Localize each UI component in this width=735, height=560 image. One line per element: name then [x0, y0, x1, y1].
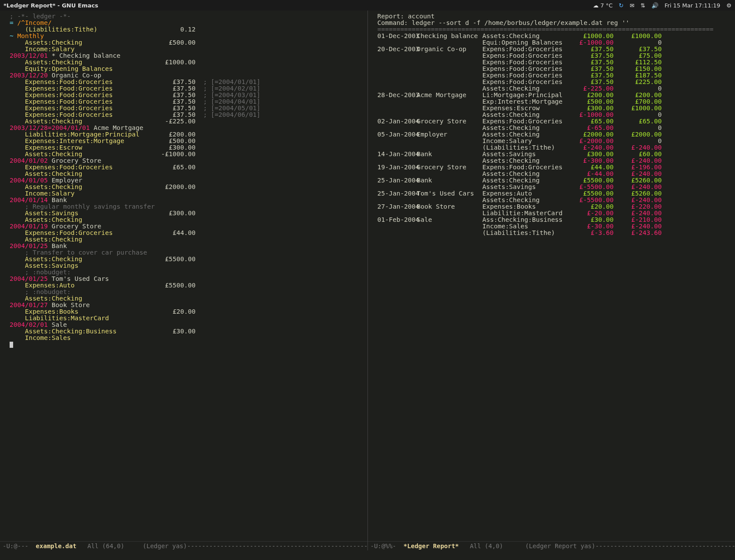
report-row[interactable]: Expens:Food:Groceries£37.50£75.00 [378, 52, 731, 59]
source-line[interactable]: 2004/01/19 Grocery Store [10, 223, 363, 230]
source-line[interactable]: Expenses:Food:Groceries£37.50 ; [=2004/0… [10, 85, 363, 92]
clock[interactable]: Fri 15 Mar 17:11:19 [665, 3, 720, 8]
source-line[interactable]: 2004/01/25 Bank [10, 243, 363, 249]
report-rule: ========================================… [378, 26, 731, 33]
source-line[interactable]: 2004/01/25 Tom's Used Cars [10, 276, 363, 282]
report-row[interactable]: 14-Jan-2004BankAssets:Savings£300.00£60.… [378, 151, 731, 158]
source-line[interactable]: 2004/02/01 Sale [10, 322, 363, 328]
report-row[interactable]: 01-Dec-2003Checking balanceAssets:Checki… [378, 33, 731, 39]
report-row[interactable]: 01-Feb-2004SaleAss:Checking:Business£30.… [378, 217, 731, 223]
source-line[interactable]: 2004/01/27 Book Store [10, 302, 363, 308]
minibuffer[interactable] [0, 551, 735, 560]
report-row[interactable]: 27-Jan-2004Book StoreExpenses:Books£20.0… [378, 203, 731, 210]
source-line[interactable]: 2004/01/05 Employer [10, 177, 363, 184]
source-line[interactable]: Income:Sales [10, 335, 363, 341]
report-row[interactable]: 20-Dec-2003Organic Co-opExpens:Food:Groc… [378, 46, 731, 52]
source-line[interactable]: Assets:Savings [10, 262, 363, 269]
source-line[interactable]: ; Regular monthly savings transfer [10, 203, 363, 210]
source-line[interactable]: ; -*- ledger -*- [10, 13, 363, 20]
source-line[interactable]: Expenses:Food:Groceries£37.50 ; [=2004/0… [10, 105, 363, 112]
report-row[interactable]: Assets:Checking£-44.00£-240.00 [378, 171, 731, 177]
volume-icon[interactable]: 🔊 [651, 3, 658, 8]
source-line[interactable]: 2003/12/01 * Checking balance [10, 52, 363, 59]
source-line[interactable]: Liabilities:MasterCard [10, 315, 363, 322]
source-line[interactable]: Liabilities:Mortgage:Principal£200.00 [10, 131, 363, 138]
source-line[interactable]: Assets:Checking [10, 217, 363, 223]
source-line[interactable]: Expenses:Escrow£300.00 [10, 144, 363, 151]
ledger-report-buffer[interactable]: Report: accountCommand: ledger --sort d … [368, 10, 735, 239]
right-buffer-name: *Ledger Report* [403, 543, 458, 549]
source-line[interactable]: Equity:Opening Balances [10, 66, 363, 72]
report-row[interactable]: Equi:Opening Balances£-1000.000 [378, 39, 731, 46]
window-title: *Ledger Report* - GNU Emacs [4, 3, 98, 8]
source-line[interactable]: Income:Salary [10, 190, 363, 197]
source-line[interactable]: Assets:Checking£1000.00 [10, 59, 363, 66]
report-row[interactable]: Income:Sales£-30.00£-240.00 [378, 223, 731, 230]
source-line[interactable]: (Liabilities:Tithe)0.12 [10, 26, 363, 33]
report-row[interactable]: Assets:Savings£-5500.00£-240.00 [378, 184, 731, 190]
source-line[interactable]: Assets:Checking£5500.00 [10, 256, 363, 262]
source-line[interactable]: Income:Salary [10, 46, 363, 52]
report-row[interactable]: Assets:Checking£-1000.000 [378, 112, 731, 118]
source-line[interactable]: Expenses:Food:Groceries£37.50 ; [=2004/0… [10, 112, 363, 118]
report-row[interactable]: Expens:Food:Groceries£37.50£112.50 [378, 59, 731, 66]
source-line[interactable]: 2004/01/14 Bank [10, 197, 363, 203]
report-row[interactable]: Assets:Checking£-5500.00£-240.00 [378, 197, 731, 203]
source-line[interactable]: Assets:Checking:Business£30.00 [10, 328, 363, 335]
source-line[interactable]: Expenses:Food:Groceries£37.50 ; [=2004/0… [10, 79, 363, 85]
source-line[interactable]: Assets:Checking [10, 171, 363, 177]
report-row[interactable]: 19-Jan-2004Grocery StoreExpens:Food:Groc… [378, 164, 731, 171]
report-row[interactable]: Income:Salary£-2000.000 [378, 138, 731, 144]
source-line[interactable]: Assets:Checking [10, 295, 363, 302]
source-line[interactable]: Assets:Checking£500.00 [10, 39, 363, 46]
report-row[interactable]: Assets:Checking£-65.000 [378, 125, 731, 131]
weather-indicator[interactable]: ☁ 7 °C [593, 3, 612, 8]
report-row[interactable]: (Liabilities:Tithe)£-240.00£-240.00 [378, 144, 731, 151]
source-line[interactable]: = /^Income/ [10, 20, 363, 26]
source-line[interactable]: 2003/12/28=2004/01/01 Acme Mortgage [10, 125, 363, 131]
report-row[interactable]: Assets:Checking£-225.000 [378, 85, 731, 92]
refresh-icon[interactable]: ↻ [619, 3, 623, 8]
source-line[interactable]: Assets:Checking-£1000.00 [10, 151, 363, 158]
report-row[interactable]: Expenses:Escrow£300.00£1000.00 [378, 105, 731, 112]
source-line[interactable]: Assets:Checking [10, 236, 363, 243]
report-row[interactable]: Exp:Interest:Mortgage£500.00£700.00 [378, 98, 731, 105]
report-row[interactable]: 02-Jan-2004Grocery StoreExpens:Food:Groc… [378, 118, 731, 125]
report-row[interactable]: Expens:Food:Groceries£37.50£187.50 [378, 72, 731, 79]
report-row[interactable]: Expens:Food:Groceries£37.50£225.00 [378, 79, 731, 85]
left-window[interactable]: ; -*- ledger -*-= /^Income/ (Liabilities… [0, 10, 368, 550]
right-window[interactable]: Report: accountCommand: ledger --sort d … [368, 10, 735, 550]
network-icon[interactable]: ⇅ [640, 3, 645, 8]
source-line[interactable]: Expenses:Books£20.00 [10, 308, 363, 315]
ledger-source-buffer[interactable]: ; -*- ledger -*-= /^Income/ (Liabilities… [0, 10, 368, 350]
source-line[interactable]: ~ Monthly [10, 33, 363, 39]
report-row[interactable]: 25-Jan-2004BankAssets:Checking£5500.00£5… [378, 177, 731, 184]
source-line[interactable]: ; :nobudget: [10, 289, 363, 295]
source-line[interactable]: Expenses:Interest:Mortgage£500.00 [10, 138, 363, 144]
report-row[interactable]: 25-Jan-2004Tom's Used CarsExpenses:Auto£… [378, 190, 731, 197]
gnome-panel: *Ledger Report* - GNU Emacs ☁ 7 °C ↻ ✉ ⇅… [0, 0, 735, 10]
source-line[interactable]: Assets:Savings£300.00 [10, 210, 363, 217]
mail-icon[interactable]: ✉ [630, 3, 634, 8]
source-line[interactable]: Expenses:Food:Groceries£37.50 ; [=2004/0… [10, 92, 363, 98]
report-row[interactable]: (Liabilities:Tithe)£-3.60£-243.60 [378, 230, 731, 236]
source-line[interactable]: 2003/12/20 Organic Co-op [10, 72, 363, 79]
source-line[interactable]: Expenses:Food:Groceries£37.50 ; [=2004/0… [10, 98, 363, 105]
source-line[interactable]: Expenses:Food:Groceries£44.00 [10, 230, 363, 236]
cursor [10, 342, 13, 348]
source-line[interactable]: Expenses:Food:Groceries£65.00 [10, 164, 363, 171]
report-command: Command: ledger --sort d -f /home/borbus… [378, 20, 731, 26]
report-row[interactable]: Expens:Food:Groceries£37.50£150.00 [378, 66, 731, 72]
report-row[interactable]: Assets:Checking£-300.00£-240.00 [378, 158, 731, 164]
source-line[interactable]: Expenses:Auto£5500.00 [10, 282, 363, 289]
source-line[interactable]: ; Transfer to cover car purchase [10, 249, 363, 256]
gear-icon[interactable]: ⚙ [726, 3, 732, 8]
report-row[interactable]: 05-Jan-2004EmployerAssets:Checking£2000.… [378, 131, 731, 138]
source-line[interactable]: Assets:Checking-£225.00 [10, 118, 363, 125]
source-line[interactable]: 2004/01/02 Grocery Store [10, 158, 363, 164]
source-line[interactable]: ; :nobudget: [10, 269, 363, 276]
report-row[interactable]: 28-Dec-2003Acme MortgageLi:Mortgage:Prin… [378, 92, 731, 98]
report-row[interactable]: Liabilitie:MasterCard£-20.00£-240.00 [378, 210, 731, 217]
source-line[interactable]: Assets:Checking£2000.00 [10, 184, 363, 190]
report-header: Report: account [378, 13, 731, 20]
